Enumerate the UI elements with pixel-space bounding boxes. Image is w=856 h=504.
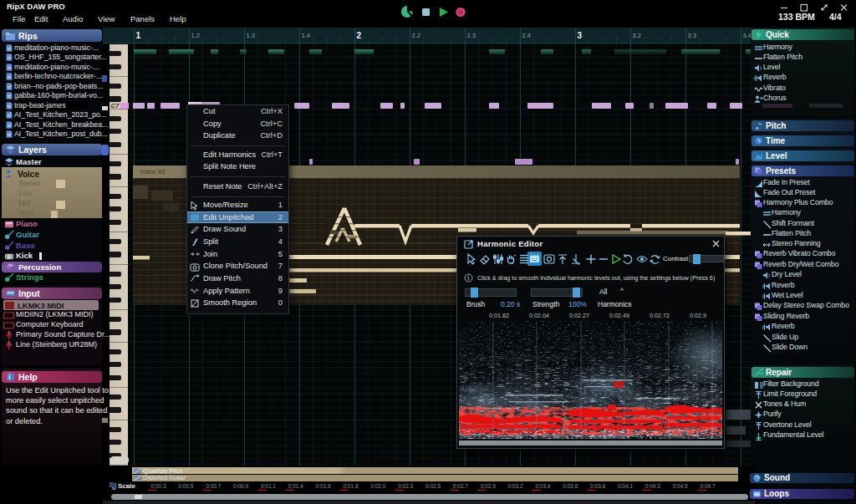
svg-text:i: i <box>8 373 10 381</box>
svg-text:i: i <box>467 275 469 281</box>
